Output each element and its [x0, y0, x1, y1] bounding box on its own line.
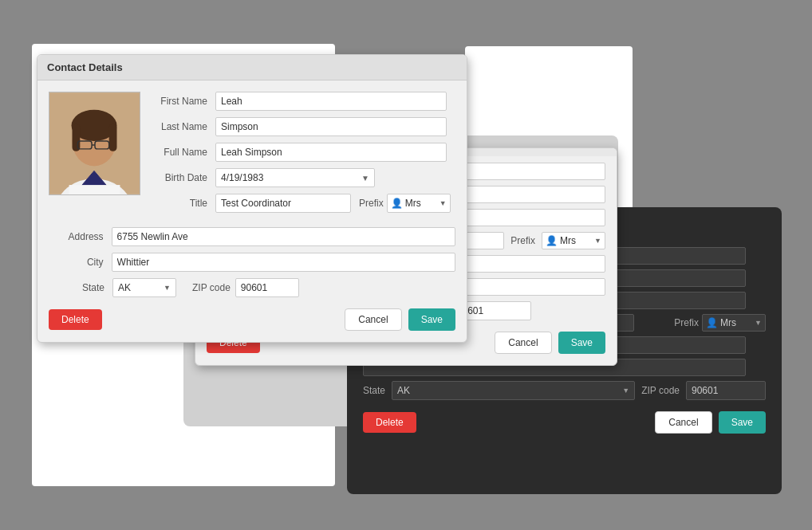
state-zip-row: State AK ▼ ZIP code [49, 278, 455, 297]
address-label: Address [49, 231, 112, 242]
birth-date-row: Birth Date 4/19/1983 ▼ [152, 168, 455, 187]
contact-photo [49, 92, 140, 195]
delete-button-dark[interactable]: Delete [363, 412, 416, 433]
zip-value-dark: 90601 [692, 385, 718, 396]
last-name-label: Last Name [152, 121, 215, 132]
prefix-value-main: Mrs [405, 198, 421, 209]
state-chevron-icon: ▼ [164, 284, 171, 292]
zip-input[interactable] [235, 278, 299, 297]
title-label: Title [152, 198, 215, 209]
state-value-main: AK [118, 282, 131, 293]
birth-date-label: Birth Date [152, 172, 215, 183]
city-row: City [49, 253, 455, 272]
main-right-buttons: Cancel Save [345, 308, 455, 331]
save-button-dark[interactable]: Save [719, 411, 766, 434]
save-button-main[interactable]: Save [408, 308, 455, 331]
prefix-label-main: Prefix [359, 198, 384, 209]
prefix-select-main[interactable]: 👤 Mrs ▼ [387, 194, 451, 213]
svg-rect-4 [72, 124, 80, 151]
prefix-label-dark: Prefix [674, 317, 699, 328]
full-name-label: Full Name [152, 147, 215, 158]
birth-date-input[interactable]: 4/19/1983 ▼ [215, 168, 375, 187]
full-name-input[interactable] [215, 143, 447, 162]
prefix-label-mid: Prefix [510, 235, 535, 246]
dialog-title: Contact Details [37, 55, 467, 80]
full-name-row: Full Name [152, 143, 455, 162]
prefix-chevron-icon: ▼ [440, 199, 447, 207]
title-row: Title Prefix 👤 Mrs ▼ [152, 194, 455, 213]
state-label-dark: State [363, 385, 385, 396]
state-label-main: State [49, 282, 112, 293]
first-name-input[interactable] [215, 92, 447, 111]
svg-rect-9 [69, 185, 120, 194]
photo-svg [49, 92, 140, 194]
last-name-input[interactable] [215, 117, 447, 136]
address-input[interactable] [112, 227, 455, 246]
svg-rect-5 [109, 124, 117, 151]
prefix-value-dark: Mrs [720, 317, 736, 328]
title-input[interactable] [215, 194, 351, 213]
birthdate-chevron-icon: ▼ [361, 174, 369, 183]
person-icon-main: 👤 [391, 198, 403, 209]
main-form-fields: First Name Last Name Full Name Birth Dat… [152, 92, 455, 219]
address-row: Address [49, 227, 455, 246]
first-name-row: First Name [152, 92, 455, 111]
zip-label-dark: ZIP code [641, 385, 680, 396]
state-select-main[interactable]: AK ▼ [112, 278, 176, 297]
cancel-button-main[interactable]: Cancel [345, 308, 401, 331]
save-button-mid[interactable]: Save [558, 332, 605, 354]
city-input[interactable] [112, 253, 455, 272]
cancel-button-dark[interactable]: Cancel [655, 411, 711, 434]
first-name-label: First Name [152, 96, 215, 107]
city-label: City [49, 257, 112, 268]
cancel-button-mid[interactable]: Cancel [495, 332, 551, 354]
birth-date-value: 4/19/1983 [221, 172, 263, 183]
last-name-row: Last Name [152, 117, 455, 136]
delete-button-main[interactable]: Delete [49, 309, 102, 330]
main-dialog: Contact Details [37, 54, 467, 343]
prefix-value-mid: Mrs [560, 235, 576, 246]
main-button-row: Delete Cancel Save [49, 308, 455, 331]
zip-label-main: ZIP code [192, 282, 231, 293]
person-icon-mid: 👤 [546, 235, 558, 246]
state-value-dark: AK [397, 385, 410, 396]
person-icon-dark: 👤 [706, 317, 718, 328]
